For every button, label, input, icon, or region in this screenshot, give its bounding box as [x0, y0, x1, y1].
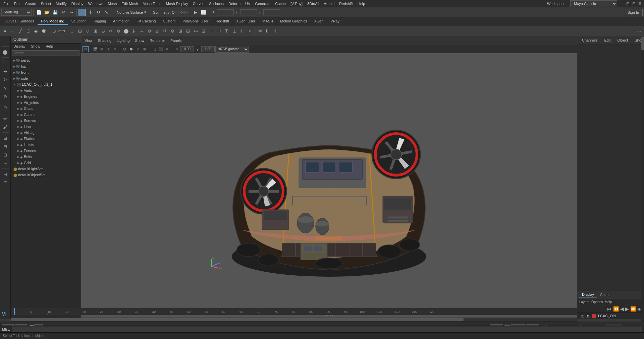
sculpt-btn[interactable]: ✏: [2, 115, 9, 122]
menu-generate[interactable]: Generate: [253, 1, 272, 6]
target-weld-icon[interactable]: ⊱: [130, 27, 138, 35]
soften-edge-icon[interactable]: ⊪: [272, 27, 279, 35]
menu-create[interactable]: Create: [23, 1, 38, 6]
menu-arnold[interactable]: Arnold: [322, 1, 337, 6]
vp-film-icon[interactable]: 🎬: [92, 46, 98, 52]
outliner-menu-help[interactable]: Help: [43, 44, 56, 49]
z-input[interactable]: [263, 9, 280, 15]
menu-file[interactable]: File: [1, 1, 11, 6]
fill-hole-icon[interactable]: ⬤: [122, 27, 130, 35]
vp-paint-icon[interactable]: ✏: [164, 46, 170, 52]
step-forward-btn[interactable]: ⏩: [630, 306, 636, 312]
sym-icon[interactable]: ⊂⊃: [58, 27, 65, 35]
undo-icon[interactable]: ↩: [59, 9, 67, 16]
select-tool-btn[interactable]: ⬚: [2, 37, 9, 45]
bridge-icon[interactable]: ⊟: [76, 27, 84, 35]
rotate-btn[interactable]: ↻: [2, 76, 9, 83]
tree-item-front[interactable]: ▶ 📷 front: [11, 69, 81, 75]
rotate-tool-icon[interactable]: ↻: [95, 9, 102, 16]
vp-camera-icon[interactable]: ⊡: [83, 46, 89, 52]
menu-edit-mesh[interactable]: Edit Mesh: [119, 1, 140, 6]
viewport-canvas[interactable]: Z X Y persp: [81, 53, 577, 319]
menu-mesh-display[interactable]: Mesh Display: [164, 1, 190, 6]
tree-item-side[interactable]: ▶ 📷 side: [11, 75, 81, 81]
vp-grid-icon[interactable]: ⊞: [99, 46, 105, 52]
bevel-icon[interactable]: ◇: [84, 27, 91, 35]
menu-edit[interactable]: Edit: [12, 1, 22, 6]
tree-item-engines[interactable]: ▶ ◈ Engines: [11, 93, 81, 99]
menu-help[interactable]: Help: [356, 1, 367, 6]
insert-loop-icon[interactable]: ⊞: [176, 27, 184, 35]
uv-editor-btn[interactable]: ⊞: [2, 134, 9, 142]
vp-axis-icon[interactable]: ⊹: [105, 46, 111, 52]
layers-label[interactable]: Layers: [579, 300, 589, 304]
boolean-icon[interactable]: ⊥: [230, 27, 238, 35]
menu-3dtoall[interactable]: 3DtoAll: [305, 1, 321, 6]
viewport-menu-lighting[interactable]: Lighting: [115, 38, 132, 43]
help-label[interactable]: Help: [605, 300, 612, 304]
tree-item-lcac[interactable]: ▼ ⬛ LCAC_Old_ncl1_1: [11, 81, 81, 87]
paint-weights-btn[interactable]: 🖌: [2, 123, 9, 131]
viewport-menu-renderer[interactable]: Renderer: [148, 38, 167, 43]
menu-mesh-tools[interactable]: Mesh Tools: [141, 1, 163, 6]
soft-select-icon[interactable]: ⊙: [50, 27, 58, 35]
tree-item-grid[interactable]: ▶ ◈ Grid: [11, 160, 81, 166]
tree-item-bolts[interactable]: ▶ ◈ Bolts: [11, 154, 81, 160]
layer-p-toggle[interactable]: P: [586, 314, 590, 318]
hypergraph-btn[interactable]: ⊢: [2, 159, 9, 167]
viewport-menu-show[interactable]: Show: [133, 38, 147, 43]
move-btn[interactable]: ✛: [2, 68, 9, 75]
connect-icon[interactable]: ⊗: [115, 27, 122, 35]
vertex-icon[interactable]: ·: [9, 27, 16, 35]
menu-uv[interactable]: UV: [243, 1, 252, 6]
tree-item-cabins[interactable]: ▶ ◈ Cabins: [11, 112, 81, 118]
tab-rigging[interactable]: Rigging: [90, 18, 109, 25]
tab-motion-graphics[interactable]: Motion Graphics: [277, 18, 310, 25]
gamma-selector[interactable]: sRGB gamma: [215, 46, 249, 53]
play-back-btn[interactable]: ◀: [620, 306, 624, 312]
viewport-menu-shading[interactable]: Shading: [96, 38, 113, 43]
vp-shading-icon[interactable]: ⬡: [121, 46, 127, 52]
mel-label[interactable]: MEL: [2, 327, 10, 331]
tab-poly-modeling[interactable]: Poly Modeling: [38, 18, 67, 25]
tree-item-hoists[interactable]: ▶ ◈ Hoists: [11, 142, 81, 148]
soft-select-btn[interactable]: ⊙: [2, 104, 9, 111]
tree-item-screws[interactable]: ▶ ◈ Screws: [11, 118, 81, 124]
tree-item-airbag[interactable]: ▶ ◈ Airbag: [11, 130, 81, 136]
vp-wire-icon[interactable]: ⊟: [135, 46, 141, 52]
x-input[interactable]: [217, 9, 234, 15]
mode-selector[interactable]: Modeling: [1, 9, 32, 16]
open-scene-icon[interactable]: 📂: [43, 9, 51, 16]
merge-icon[interactable]: ⊞: [92, 27, 99, 35]
crease-icon[interactable]: ⊦: [238, 27, 246, 35]
options-label[interactable]: Options: [591, 300, 603, 304]
cleanup-icon[interactable]: ⊧: [246, 27, 253, 35]
tree-item-air-inlets[interactable]: ▶ ◈ Air_inlets: [11, 99, 81, 106]
props-tab-edit[interactable]: Edit: [602, 38, 612, 43]
scale-btn[interactable]: ⤡: [2, 84, 9, 92]
symmetry-btn[interactable]: Symmetry: Off: [153, 10, 176, 14]
move-tool-icon[interactable]: ✛: [87, 9, 94, 16]
menu-select[interactable]: Select: [39, 1, 53, 6]
vp-gamma-input[interactable]: [201, 46, 215, 52]
play-forward-btn[interactable]: ▶: [625, 306, 629, 312]
step-back-start-btn[interactable]: ⏮: [607, 306, 612, 312]
viewport-menu-view[interactable]: View: [83, 38, 95, 43]
tree-item-fences[interactable]: ▶ ◈ Fences: [11, 148, 81, 154]
node-editor-btn[interactable]: ⊟: [2, 143, 9, 150]
tree-item-line[interactable]: ▶ ◈ Line: [11, 124, 81, 130]
poke-icon[interactable]: ⊙: [169, 27, 176, 35]
right-scrollbar-thumb[interactable]: [641, 37, 644, 50]
tab-fx-caching[interactable]: FX Caching: [133, 18, 159, 25]
uv-icon[interactable]: ◈: [32, 27, 40, 35]
harden-edge-icon[interactable]: ⊩: [264, 27, 271, 35]
render-view-btn[interactable]: ⊣: [2, 171, 9, 178]
tab-xgen-user[interactable]: XGen_User: [233, 18, 259, 25]
grid-icon[interactable]: ⊟: [631, 1, 637, 6]
layout-icon[interactable]: ⊞: [625, 1, 631, 6]
redo-icon[interactable]: ↪: [67, 9, 75, 16]
scale-tool-icon[interactable]: ⤡: [103, 9, 110, 16]
tree-item-glass[interactable]: ▶ ◈ Glass: [11, 106, 81, 112]
wedge-icon[interactable]: ⊿: [153, 27, 161, 35]
vp-exposure-icon[interactable]: ☀: [174, 46, 180, 52]
